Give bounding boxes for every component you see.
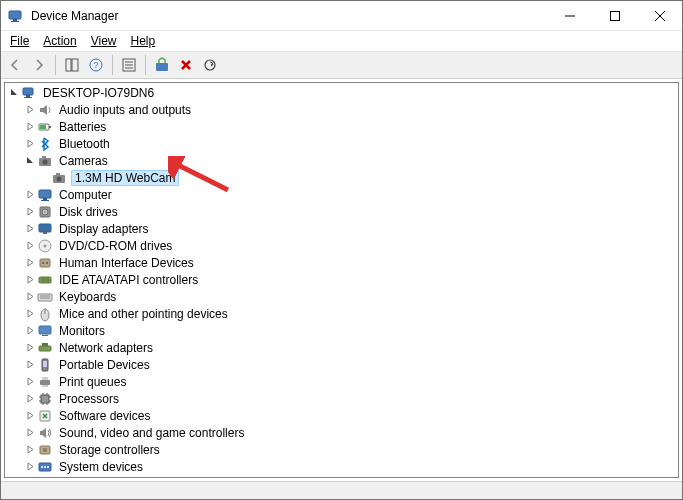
category-label: Portable Devices xyxy=(57,358,152,372)
svg-rect-21 xyxy=(26,95,30,97)
forward-button[interactable] xyxy=(28,54,50,76)
category-label: Storage controllers xyxy=(57,443,162,457)
expander-open-icon[interactable] xyxy=(23,154,37,168)
computer-icon xyxy=(37,187,53,203)
cdrom-icon xyxy=(37,238,53,254)
svg-point-77 xyxy=(47,466,49,468)
category-node[interactable]: Processors xyxy=(5,390,678,407)
expander-closed-icon[interactable] xyxy=(23,375,37,389)
menu-help[interactable]: Help xyxy=(124,33,163,49)
showtree-button[interactable] xyxy=(61,54,83,76)
scan-hardware-button[interactable] xyxy=(199,54,221,76)
battery-icon xyxy=(37,119,53,135)
category-node[interactable]: Portable Devices xyxy=(5,356,678,373)
category-label: Disk drives xyxy=(57,205,120,219)
category-label: Display adapters xyxy=(57,222,150,236)
category-node[interactable]: DVD/CD-ROM drives xyxy=(5,237,678,254)
category-node[interactable]: System devices xyxy=(5,458,678,475)
toolbar-separator xyxy=(145,55,146,75)
category-node[interactable]: Network adapters xyxy=(5,339,678,356)
category-label: IDE ATA/ATAPI controllers xyxy=(57,273,200,287)
mouse-icon xyxy=(37,306,53,322)
expander-closed-icon[interactable] xyxy=(23,324,37,338)
svg-rect-0 xyxy=(9,11,21,19)
svg-rect-25 xyxy=(40,125,46,129)
svg-rect-32 xyxy=(39,190,51,198)
storage-icon xyxy=(37,442,53,458)
root-node[interactable]: DESKTOP-IO79DN6 xyxy=(5,84,678,101)
svg-rect-33 xyxy=(43,198,47,200)
expander-closed-icon[interactable] xyxy=(23,239,37,253)
expander-closed-icon[interactable] xyxy=(23,290,37,304)
category-node[interactable]: Print queues xyxy=(5,373,678,390)
category-node[interactable]: Keyboards xyxy=(5,288,678,305)
category-node[interactable]: Storage controllers xyxy=(5,441,678,458)
category-node[interactable]: Computer xyxy=(5,186,678,203)
expander-closed-icon[interactable] xyxy=(23,358,37,372)
expander-closed-icon[interactable] xyxy=(23,188,37,202)
device-node[interactable]: 1.3M HD WebCam xyxy=(5,169,678,186)
category-label: Keyboards xyxy=(57,290,118,304)
category-label: System devices xyxy=(57,460,145,474)
expander-open-icon[interactable] xyxy=(7,86,21,100)
category-node[interactable]: Monitors xyxy=(5,322,678,339)
expander-closed-icon[interactable] xyxy=(23,256,37,270)
expander-closed-icon[interactable] xyxy=(23,477,37,479)
category-label: Processors xyxy=(57,392,121,406)
update-driver-button[interactable] xyxy=(151,54,173,76)
category-node[interactable]: Bluetooth xyxy=(5,135,678,152)
expander-closed-icon[interactable] xyxy=(23,426,37,440)
expander-closed-icon[interactable] xyxy=(23,460,37,474)
expander-closed-icon[interactable] xyxy=(23,205,37,219)
menu-action[interactable]: Action xyxy=(36,33,83,49)
svg-point-43 xyxy=(42,262,44,264)
minimize-button[interactable] xyxy=(547,1,592,31)
expander-closed-icon[interactable] xyxy=(23,103,37,117)
category-node[interactable]: IDE ATA/ATAPI controllers xyxy=(5,271,678,288)
svg-rect-24 xyxy=(49,126,51,128)
svg-rect-20 xyxy=(23,88,33,95)
maximize-button[interactable] xyxy=(592,1,637,31)
svg-point-75 xyxy=(41,466,43,468)
menu-view[interactable]: View xyxy=(84,33,124,49)
svg-rect-53 xyxy=(39,326,51,334)
category-label: Cameras xyxy=(57,154,110,168)
expander-closed-icon[interactable] xyxy=(23,307,37,321)
category-label: DVD/CD-ROM drives xyxy=(57,239,174,253)
category-label: Universal Serial Bus controllers xyxy=(57,477,228,479)
expander-closed-icon[interactable] xyxy=(23,409,37,423)
category-node[interactable]: Human Interface Devices xyxy=(5,254,678,271)
category-node[interactable]: Display adapters xyxy=(5,220,678,237)
back-button[interactable] xyxy=(4,54,26,76)
svg-point-73 xyxy=(43,448,47,452)
printer-icon xyxy=(37,374,53,390)
expander-closed-icon[interactable] xyxy=(23,341,37,355)
properties-button[interactable] xyxy=(118,54,140,76)
category-node[interactable]: Audio inputs and outputs xyxy=(5,101,678,118)
category-node[interactable]: Batteries xyxy=(5,118,678,135)
category-node[interactable]: Mice and other pointing devices xyxy=(5,305,678,322)
category-node[interactable]: Sound, video and game controllers xyxy=(5,424,678,441)
category-node[interactable]: Software devices xyxy=(5,407,678,424)
expander-closed-icon[interactable] xyxy=(23,273,37,287)
category-label: Human Interface Devices xyxy=(57,256,196,270)
expander-closed-icon[interactable] xyxy=(23,120,37,134)
help-toolbar-button[interactable]: ? xyxy=(85,54,107,76)
menu-file[interactable]: File xyxy=(3,33,36,49)
category-node[interactable]: Universal Serial Bus controllers xyxy=(5,475,678,478)
svg-point-30 xyxy=(57,176,62,181)
category-node[interactable]: Cameras xyxy=(5,152,678,169)
expander-closed-icon[interactable] xyxy=(23,392,37,406)
device-tree[interactable]: DESKTOP-IO79DN6 Audio inputs and outputs… xyxy=(4,82,679,478)
category-node[interactable]: Disk drives xyxy=(5,203,678,220)
close-button[interactable] xyxy=(637,1,682,31)
expander-closed-icon[interactable] xyxy=(23,222,37,236)
uninstall-button[interactable] xyxy=(175,54,197,76)
category-label: Mice and other pointing devices xyxy=(57,307,230,321)
expander-closed-icon[interactable] xyxy=(23,137,37,151)
category-label: Network adapters xyxy=(57,341,155,355)
svg-rect-8 xyxy=(72,59,78,71)
expander-closed-icon[interactable] xyxy=(23,443,37,457)
system-icon xyxy=(37,459,53,475)
audio-icon xyxy=(37,102,53,118)
